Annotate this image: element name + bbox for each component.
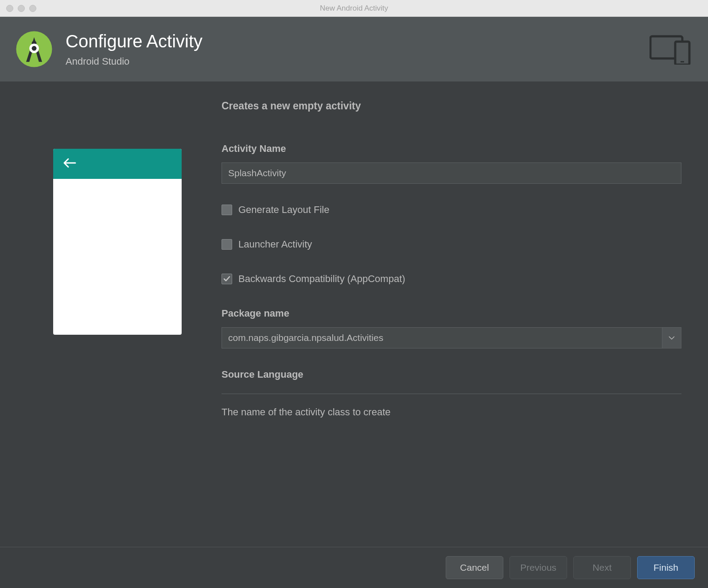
back-arrow-icon (63, 158, 76, 170)
titlebar: New Android Activity (0, 0, 708, 17)
header-left: Configure Activity Android Studio (14, 29, 202, 69)
generate-layout-label: Generate Layout File (238, 204, 329, 216)
generate-layout-checkbox[interactable] (222, 205, 232, 215)
source-language-group: Source Language (222, 369, 681, 380)
package-name-input[interactable] (222, 327, 662, 348)
dialog-subtitle: Android Studio (66, 56, 202, 67)
backwards-compat-checkbox[interactable] (222, 274, 232, 284)
form-divider (222, 394, 681, 394)
package-name-group: Package name (222, 308, 681, 348)
dialog-title: Configure Activity (66, 31, 202, 51)
activity-name-label: Activity Name (222, 143, 681, 155)
dialog-content: Creates a new empty activity Activity Na… (0, 81, 708, 431)
template-devices-icon (650, 34, 694, 65)
form-column: Creates a new empty activity Activity Na… (222, 100, 681, 418)
svg-rect-6 (681, 61, 684, 62)
maximize-window-button[interactable] (29, 5, 36, 12)
package-name-label: Package name (222, 308, 681, 319)
backwards-compat-label: Backwards Compatibility (AppCompat) (238, 273, 405, 285)
package-name-select (222, 327, 681, 348)
launcher-activity-checkbox[interactable] (222, 239, 232, 250)
help-text: The name of the activity class to create (222, 406, 681, 418)
generate-layout-checkbox-row[interactable]: Generate Layout File (222, 204, 681, 216)
close-window-button[interactable] (6, 5, 13, 12)
header-text: Configure Activity Android Studio (66, 31, 202, 67)
android-studio-logo-icon (14, 29, 54, 69)
package-name-dropdown-button[interactable] (662, 327, 681, 348)
svg-point-3 (32, 46, 37, 51)
preview-app-bar (53, 149, 182, 179)
window-title: New Android Activity (5, 4, 703, 13)
backwards-compat-checkbox-row[interactable]: Backwards Compatibility (AppCompat) (222, 273, 681, 285)
launcher-activity-label: Launcher Activity (238, 239, 312, 250)
previous-button[interactable]: Previous (510, 556, 567, 579)
dialog-header: Configure Activity Android Studio (0, 17, 708, 81)
checkmark-icon (223, 275, 231, 283)
launcher-activity-checkbox-row[interactable]: Launcher Activity (222, 239, 681, 250)
chevron-down-icon (669, 334, 675, 342)
cancel-button[interactable]: Cancel (446, 556, 503, 579)
window-controls (6, 5, 36, 12)
dialog-footer: Cancel Previous Next Finish (0, 547, 708, 588)
activity-name-group: Activity Name (222, 143, 681, 184)
next-button[interactable]: Next (573, 556, 631, 579)
minimize-window-button[interactable] (18, 5, 25, 12)
form-heading: Creates a new empty activity (222, 100, 681, 112)
activity-preview (53, 149, 182, 335)
preview-column (27, 100, 195, 418)
activity-name-input[interactable] (222, 162, 681, 184)
finish-button[interactable]: Finish (637, 556, 695, 579)
source-language-label: Source Language (222, 369, 681, 380)
